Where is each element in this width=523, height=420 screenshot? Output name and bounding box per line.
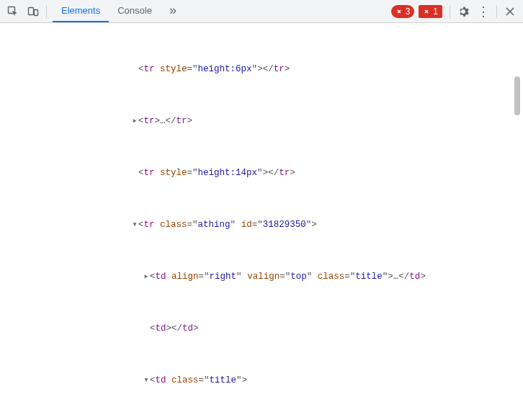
separator	[496, 5, 497, 18]
twisty-expanded-icon[interactable]: ▾	[131, 216, 138, 233]
tab-overflow[interactable]: »	[161, 0, 185, 22]
panel-tabs: Elements Console »	[53, 0, 185, 22]
vertical-scrollbar[interactable]	[513, 24, 522, 419]
separator	[46, 5, 47, 18]
elements-panel: <tr style="height:6px"></tr> ▸<tr>…</tr>…	[0, 23, 523, 420]
dom-node[interactable]: <td></td>	[0, 320, 523, 337]
tab-console[interactable]: Console	[109, 0, 161, 22]
dom-node[interactable]: <tr style="height:6px"></tr>	[0, 61, 523, 78]
device-toggle-icon[interactable]	[23, 1, 43, 22]
inspect-icon[interactable]	[3, 1, 23, 22]
gear-icon[interactable]	[453, 1, 473, 22]
svg-rect-1	[29, 7, 34, 14]
tab-elements[interactable]: Elements	[53, 0, 109, 22]
error-badge[interactable]: 3	[391, 5, 415, 18]
scrollbar-thumb[interactable]	[514, 76, 520, 115]
twisty-collapsed-icon[interactable]: ▸	[143, 268, 150, 285]
extension-error-badge[interactable]: 1	[419, 5, 442, 18]
error-count: 3	[406, 5, 411, 18]
twisty-none	[131, 61, 138, 78]
dom-node[interactable]: ▾<tr class="athing" id="31829350">	[0, 216, 523, 233]
devtools-toolbar: Elements Console » 3 1 ⋮	[0, 0, 523, 23]
svg-rect-2	[35, 9, 38, 15]
twisty-none	[131, 164, 138, 182]
ext-error-count: 1	[433, 5, 438, 18]
dom-tree[interactable]: <tr style="height:6px"></tr> ▸<tr>…</tr>…	[0, 23, 523, 420]
dom-node[interactable]: <tr style="height:14px"></tr>	[0, 164, 523, 182]
close-icon[interactable]	[500, 1, 520, 22]
twisty-expanded-icon[interactable]: ▾	[143, 372, 150, 389]
dom-node[interactable]: ▸<td align="right" valign="top" class="t…	[0, 268, 523, 285]
twisty-collapsed-icon[interactable]: ▸	[131, 112, 138, 130]
dom-node[interactable]: ▸<tr>…</tr>	[0, 112, 523, 130]
separator	[450, 5, 450, 18]
dom-node[interactable]: ▾<td class="title">	[0, 372, 523, 389]
twisty-none	[143, 320, 150, 337]
kebab-icon[interactable]: ⋮	[473, 1, 493, 22]
